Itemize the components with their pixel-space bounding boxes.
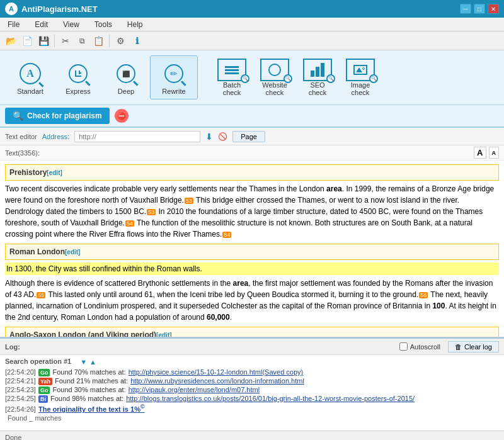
section1-body: Two recent discoveries indicate probable… <box>5 183 499 240</box>
toolbar-cut[interactable]: ✂ <box>59 34 72 48</box>
log-header: Log: Autoscroll 🗑 Clear log <box>0 339 504 355</box>
section2-body: Although there is evidence of scattered … <box>5 278 499 323</box>
batch-label: Batch check <box>223 81 241 96</box>
toolbar-separator-1 <box>54 35 55 47</box>
seo-check-button[interactable]: 🔍 SEO check <box>296 55 339 99</box>
clear-log-button[interactable]: 🗑 Clear log <box>448 341 499 353</box>
standard-label: Standart <box>17 87 43 95</box>
found-matches-row: Found _ marches <box>5 414 499 422</box>
menu-file[interactable]: File <box>5 20 22 30</box>
website-label: Website check <box>262 81 287 96</box>
minimize-button[interactable]: ─ <box>460 4 471 14</box>
text-tools: A A <box>474 147 499 159</box>
log-badge-4: Bi <box>38 395 48 403</box>
toolbar-settings[interactable]: ⚙ <box>113 34 127 48</box>
toolbar-info[interactable]: ℹ <box>130 34 144 48</box>
section2-highlighted: In 1300, the City was still confined wit… <box>5 262 499 275</box>
log-link-4[interactable]: http://blogs.translogistics.co.uk/posts/… <box>126 395 415 402</box>
log-entry-2: [22:54:21] Yah Found 21% matches at: htt… <box>5 377 499 385</box>
found-matches-text: Found _ marches <box>8 414 62 422</box>
status-text: Done <box>5 434 21 441</box>
search-op-label: Search operation #1 <box>5 358 71 365</box>
autoscroll-check[interactable]: Autoscroll <box>399 342 440 351</box>
log-entry-1: [22:54:20] Go Found 70% matches at: http… <box>5 368 499 376</box>
editor-title: Text editor <box>5 133 37 140</box>
originality-text: The originality of the text is 1% <box>38 405 140 413</box>
log-badge-2: Yah <box>38 378 52 385</box>
log-match-text-3: Found 30% matches at: <box>52 386 125 393</box>
check-plagiarism-button[interactable]: 🔍 Check for plagiarism <box>5 108 110 124</box>
menu-help[interactable]: Help <box>125 20 146 30</box>
log-time-2: [22:54:21] <box>5 377 36 385</box>
address-label: Address: <box>42 133 69 140</box>
seo-label: SEO check <box>309 81 327 96</box>
text-counter: Text(3356): <box>5 149 40 157</box>
image-check-button[interactable]: 🔍 Image check <box>339 55 382 99</box>
toolbar-separator-2 <box>109 35 110 47</box>
check-plagiarism-label: Check for plagiarism <box>27 111 102 120</box>
text-content: Prehistory[edit] Two recent discoveries … <box>0 161 504 337</box>
rewrite-check-button[interactable]: ✏ Rewrite <box>150 55 198 99</box>
batch-check-button[interactable]: 🔍 Batch check <box>210 55 253 99</box>
text-tool-A-small[interactable]: A <box>489 147 500 159</box>
close-button[interactable]: ✕ <box>488 4 499 14</box>
section1-title: Prehistory[edit] <box>9 168 62 177</box>
page-button[interactable]: Page <box>232 131 265 142</box>
address-clear-icon[interactable]: 🚫 <box>218 132 227 141</box>
log-originality-entry: [22:54:26] The originality of the text i… <box>5 403 499 413</box>
log-badge-1: Go <box>38 369 50 376</box>
log-entry-3: [22:54:23] Go Found 30% matches at: http… <box>5 386 499 394</box>
address-input[interactable] <box>74 131 200 142</box>
log-entry-4: [22:54:25] Bi Found 98% matches at: http… <box>5 395 499 403</box>
log-arrows[interactable]: ▼ ▲ <box>80 358 96 366</box>
express-label: Express <box>66 87 91 95</box>
download-icon[interactable]: ⬇ <box>205 132 213 142</box>
log-link-3[interactable]: http://vipauk.org/enter/muse/lond/m07.ht… <box>129 386 260 393</box>
menu-edit[interactable]: Edit <box>32 20 50 30</box>
text-tool-A-large[interactable]: A <box>474 147 486 159</box>
log-section: Log: Autoscroll 🗑 Clear log Search opera… <box>0 337 504 431</box>
toolbar-new[interactable]: 📄 <box>20 34 34 48</box>
menubar: File Edit View Tools Help <box>0 18 504 31</box>
arrow-down-icon[interactable]: ▼ <box>80 358 87 366</box>
log-originality-time: [22:54:26] <box>5 405 36 413</box>
toolbar-copy[interactable]: ⧉ <box>75 34 89 48</box>
log-badge-3: Go <box>38 386 50 394</box>
log-link-1[interactable]: http://physice.science/15-10-12-london.h… <box>129 368 304 376</box>
titlebar: A AntiPlagiarism.NET ─ □ ✕ <box>0 0 504 18</box>
stop-button[interactable]: ⛔ <box>115 109 129 123</box>
restore-button[interactable]: □ <box>474 4 485 14</box>
toolbar-paste[interactable]: 📋 <box>91 34 105 48</box>
clear-log-label: Clear log <box>464 343 492 351</box>
deep-label: Deep <box>118 87 134 95</box>
express-check-button[interactable]: Express <box>54 55 102 99</box>
log-link-2[interactable]: http://www.rubysresidences.com/london-in… <box>130 377 304 385</box>
log-match-text-1: Found 70% matches at: <box>52 368 125 376</box>
log-time-3: [22:54:23] <box>5 386 36 393</box>
section3-title: Anglo-Saxon London (and Viking period)[e… <box>9 330 172 337</box>
website-check-button[interactable]: 🔍 Website check <box>253 55 296 99</box>
log-title: Log: <box>5 343 399 351</box>
rewrite-label: Rewrite <box>162 87 185 95</box>
deep-check-button[interactable]: ⬛ Deep <box>102 55 150 99</box>
clear-log-icon: 🗑 <box>455 343 462 351</box>
action-bar: 🔍 Check for plagiarism ⛔ <box>0 105 504 128</box>
toolbar-folder[interactable]: 📂 <box>4 34 18 48</box>
log-content: Search operation #1 ▼ ▲ [22:54:20] Go Fo… <box>0 355 504 431</box>
app-title: AntiPlagiarism.NET <box>21 4 98 14</box>
autoscroll-label: Autoscroll <box>410 343 440 351</box>
check-area: A Standart Express ⬛ Deep <box>0 50 504 105</box>
editor-section: Text editor Address: ⬇ 🚫 Page Text(3356)… <box>0 128 504 337</box>
titlebar-left: A AntiPlagiarism.NET <box>5 3 98 15</box>
arrow-up-icon[interactable]: ▲ <box>89 358 96 366</box>
status-bar: Done <box>0 431 504 440</box>
autoscroll-checkbox[interactable] <box>399 342 408 351</box>
standard-check-button[interactable]: A Standart <box>6 55 54 99</box>
log-time-1: [22:54:20] <box>5 368 36 376</box>
log-match-text-2: Found 21% matches at: <box>55 377 128 385</box>
titlebar-controls[interactable]: ─ □ ✕ <box>460 4 499 14</box>
menu-view[interactable]: View <box>60 20 82 30</box>
toolbar-save[interactable]: 💾 <box>37 34 50 48</box>
log-originality-link[interactable]: The originality of the text is 1%© <box>38 403 145 413</box>
menu-tools[interactable]: Tools <box>92 20 115 30</box>
